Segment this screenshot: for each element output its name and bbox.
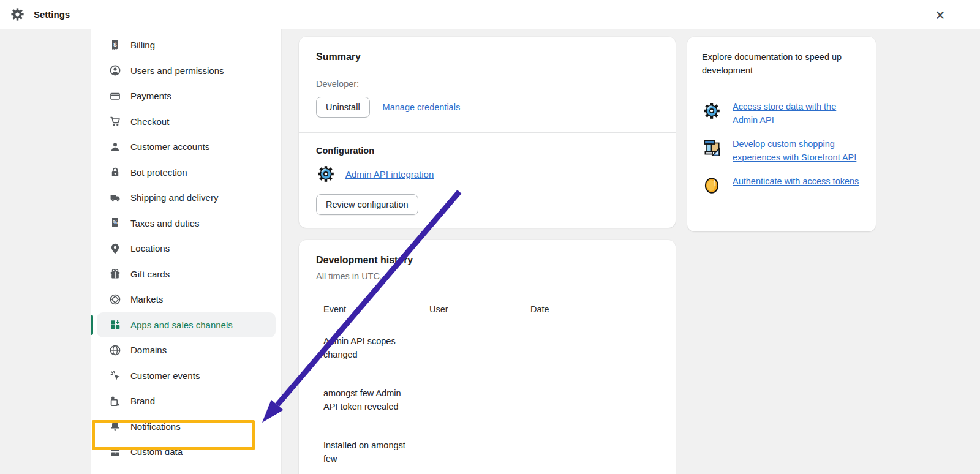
sidebar-item-label: Brand bbox=[130, 396, 155, 406]
sidebar-item-label: Locations bbox=[130, 243, 170, 254]
domains-globe-icon bbox=[109, 344, 121, 356]
table-row: amongst few Admin API token revealed bbox=[316, 374, 658, 426]
sidebar-item-label: Billing bbox=[130, 40, 155, 50]
date-cell bbox=[523, 322, 658, 374]
sidebar-item-billing[interactable]: $ Billing bbox=[97, 32, 276, 58]
cursor-click-icon bbox=[109, 369, 121, 382]
development-history-card: Development history All times in UTC. Ev… bbox=[299, 240, 676, 474]
user-cell bbox=[422, 426, 523, 474]
tax-receipt-icon: % bbox=[109, 217, 121, 229]
date-cell bbox=[523, 374, 658, 426]
access-tokens-link[interactable]: Authenticate with access tokens bbox=[733, 175, 859, 188]
customer-accounts-icon bbox=[109, 141, 121, 153]
history-subtitle: All times in UTC. bbox=[316, 271, 658, 281]
sidebar-item-label: Markets bbox=[130, 294, 163, 304]
sidebar-item-label: Checkout bbox=[130, 116, 169, 127]
settings-sidebar: $ Billing Users and permissions Payments bbox=[91, 29, 282, 474]
close-icon[interactable]: × bbox=[930, 5, 951, 26]
users-icon bbox=[109, 64, 121, 77]
column-header-event: Event bbox=[316, 299, 422, 322]
sidebar-item-markets[interactable]: Markets bbox=[97, 287, 276, 312]
sidebar-item-shipping-and-delivery[interactable]: Shipping and delivery bbox=[97, 185, 276, 211]
billing-receipt-icon: $ bbox=[109, 39, 121, 51]
history-title: Development history bbox=[316, 255, 658, 266]
apps-icon bbox=[109, 318, 121, 331]
doc-link-row: Access store data with the Admin API bbox=[702, 100, 861, 127]
sidebar-item-label: Custom data bbox=[130, 446, 183, 457]
table-header-row: Event User Date bbox=[316, 299, 658, 322]
uninstall-button[interactable]: Uninstall bbox=[316, 97, 370, 118]
pixel-storefront-icon bbox=[702, 138, 722, 158]
sidebar-item-customer-accounts[interactable]: Customer accounts bbox=[97, 134, 276, 160]
page-title: Settings bbox=[34, 9, 70, 20]
markets-globe-icon bbox=[109, 293, 121, 306]
configuration-title: Configuration bbox=[316, 146, 658, 156]
event-cell: amongst few Admin API token revealed bbox=[316, 374, 422, 426]
sidebar-item-bot-protection[interactable]: Bot protection bbox=[97, 160, 276, 186]
pixel-gear-icon bbox=[702, 101, 722, 121]
sidebar-item-label: Payments bbox=[130, 91, 172, 101]
event-cell: Admin API scopes changed bbox=[316, 322, 422, 374]
sidebar-item-label: Customer accounts bbox=[130, 141, 209, 152]
sidebar-item-label: Notifications bbox=[130, 421, 181, 432]
lock-icon bbox=[109, 166, 121, 178]
summary-card: Summary Developer: Uninstall Manage cred… bbox=[299, 37, 676, 228]
sidebar-item-notifications[interactable]: Notifications bbox=[97, 414, 276, 440]
checkout-cart-icon bbox=[109, 115, 121, 127]
summary-title: Summary bbox=[316, 51, 658, 62]
gift-icon bbox=[109, 268, 121, 280]
storefront-api-link[interactable]: Develop custom shopping experiences with… bbox=[733, 137, 861, 164]
access-store-data-link[interactable]: Access store data with the Admin API bbox=[733, 100, 861, 127]
sidebar-item-customer-events[interactable]: Customer events bbox=[97, 363, 276, 389]
column-header-date: Date bbox=[523, 299, 658, 322]
bell-icon bbox=[109, 420, 121, 432]
svg-text:$: $ bbox=[113, 40, 117, 47]
date-cell bbox=[523, 426, 658, 474]
sidebar-item-label: Domains bbox=[130, 345, 167, 355]
sidebar-item-label: Gift cards bbox=[130, 269, 170, 279]
sidebar-item-brand[interactable]: Brand bbox=[97, 388, 276, 414]
sidebar-item-domains[interactable]: Domains bbox=[97, 337, 276, 363]
sidebar-item-users-and-permissions[interactable]: Users and permissions bbox=[97, 58, 276, 84]
sidebar-item-label: Shipping and delivery bbox=[130, 192, 218, 203]
user-cell bbox=[422, 374, 523, 426]
settings-gear-icon bbox=[10, 7, 24, 22]
sidebar-item-payments[interactable]: Payments bbox=[97, 83, 276, 109]
admin-api-integration-link[interactable]: Admin API integration bbox=[345, 169, 434, 179]
history-table: Event User Date Admin API scopes changed… bbox=[316, 299, 658, 474]
settings-canvas: $ Billing Users and permissions Payments bbox=[0, 29, 980, 474]
review-configuration-button[interactable]: Review configuration bbox=[316, 194, 418, 215]
manage-credentials-link[interactable]: Manage credentials bbox=[383, 102, 461, 112]
explore-documentation-card: Explore documentation to speed up develo… bbox=[687, 37, 876, 231]
pixel-token-icon bbox=[702, 176, 722, 195]
sidebar-item-custom-data[interactable]: Custom data bbox=[97, 439, 276, 465]
sidebar-item-label: Users and permissions bbox=[130, 66, 224, 76]
sidebar-item-locations[interactable]: Locations bbox=[97, 236, 276, 261]
table-row: Installed on amongst few bbox=[316, 426, 658, 474]
sidebar-item-label: Customer events bbox=[130, 371, 200, 381]
truck-icon bbox=[109, 192, 121, 204]
sidebar-item-label: Bot protection bbox=[130, 167, 187, 178]
custom-data-icon bbox=[109, 446, 121, 458]
doc-link-row: Authenticate with access tokens bbox=[702, 175, 861, 195]
sidebar-item-apps-and-sales-channels[interactable]: Apps and sales channels bbox=[97, 312, 276, 338]
developer-label: Developer: bbox=[316, 79, 658, 89]
docs-card-title: Explore documentation to speed up develo… bbox=[687, 37, 876, 88]
payments-card-icon bbox=[109, 90, 121, 102]
user-cell bbox=[422, 322, 523, 374]
sidebar-item-label: Apps and sales channels bbox=[130, 320, 233, 330]
sidebar-item-gift-cards[interactable]: Gift cards bbox=[97, 261, 276, 287]
sidebar-item-taxes-and-duties[interactable]: % Taxes and duties bbox=[97, 211, 276, 236]
settings-title-bar: Settings × bbox=[0, 0, 980, 29]
brand-icon bbox=[109, 395, 121, 407]
column-header-user: User bbox=[422, 299, 523, 322]
table-row: Admin API scopes changed bbox=[316, 322, 658, 374]
doc-link-row: Develop custom shopping experiences with… bbox=[702, 137, 861, 164]
sidebar-item-checkout[interactable]: Checkout bbox=[97, 109, 276, 135]
event-cell: Installed on amongst few bbox=[316, 426, 422, 474]
svg-text:%: % bbox=[113, 219, 118, 225]
sidebar-item-label: Taxes and duties bbox=[130, 218, 200, 228]
pixel-gear-icon bbox=[316, 164, 336, 184]
location-pin-icon bbox=[109, 243, 121, 255]
